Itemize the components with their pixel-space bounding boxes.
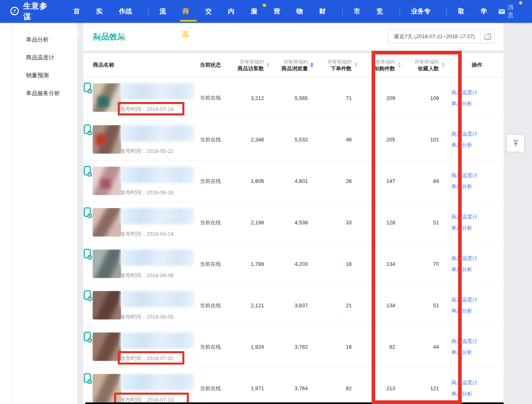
sort-caret-icon[interactable]: [354, 63, 357, 67]
nav-item-内容[interactable]: 内容: [228, 0, 240, 23]
sidebar-item-单品分析[interactable]: 单品分析: [0, 31, 77, 49]
mobile-online-icon: [84, 83, 93, 94]
product-name-blurred[interactable]: [120, 374, 194, 390]
date-range-selector[interactable]: 最近7天 (2018-07-21~2018-07-27): [388, 30, 481, 43]
sidebar-item-商品温度计[interactable]: 商品温度计: [0, 49, 77, 67]
column-header-收藏人数[interactable]: 所有终端的收藏人数: [407, 59, 450, 72]
product-cell[interactable]: 发布时间：2018-06-18: [83, 161, 195, 202]
nav-item-市场[interactable]: 市场: [354, 0, 366, 23]
product-image-blurred: [93, 208, 121, 237]
actions-cell: 商品温度计 单品分析: [450, 202, 504, 243]
nav-item-首页[interactable]: 首页: [74, 0, 86, 23]
column-header-操作: 操作: [450, 61, 504, 69]
orders-cell: 18: [319, 243, 363, 285]
status-cell: 当前在线: [195, 119, 231, 160]
cart-adds-cell: 213: [363, 368, 407, 404]
nav-item-财务[interactable]: 财务: [319, 0, 331, 23]
product-image-blurred: [93, 125, 121, 154]
sort-caret-icon[interactable]: [310, 63, 314, 67]
action-single-item-analysis[interactable]: 单品分析: [451, 390, 472, 397]
action-product-thermometer[interactable]: 商品温度计: [451, 338, 478, 345]
nav-item-服务[interactable]: 服务: [251, 0, 263, 23]
mail-icon: [498, 9, 505, 14]
actions-cell: 商品温度计 单品分析: [450, 77, 504, 119]
status-cell: 当前在线: [195, 202, 231, 243]
action-single-item-analysis[interactable]: 单品分析: [451, 224, 472, 232]
action-product-thermometer[interactable]: 商品温度计: [451, 213, 478, 221]
action-single-item-analysis[interactable]: 单品分析: [451, 141, 472, 149]
product-name-blurred[interactable]: [120, 125, 194, 141]
nav-item-流量[interactable]: 流量: [160, 0, 172, 23]
actions-cell: 商品温度计 单品分析: [450, 243, 504, 285]
status-cell: 当前在线: [195, 285, 231, 326]
sidebar-item-销量预测[interactable]: 销量预测: [0, 67, 77, 85]
nav-item-取数[interactable]: 取数: [458, 0, 470, 23]
visitors-cell: 1,971: [231, 368, 275, 404]
product-name-blurred[interactable]: [120, 250, 194, 266]
action-product-thermometer[interactable]: 商品温度计: [451, 255, 478, 262]
action-single-item-analysis[interactable]: 单品分析: [451, 349, 472, 356]
nav-item-学院[interactable]: 学院: [480, 0, 493, 23]
action-product-thermometer[interactable]: 商品温度计: [451, 172, 478, 179]
nav-item-竞争[interactable]: 竞争: [376, 0, 389, 23]
action-single-item-analysis[interactable]: 单品分析: [451, 100, 472, 107]
orders-cell: 46: [319, 119, 363, 160]
product-cell[interactable]: 发布时间：2018-06-08: [83, 243, 195, 285]
sort-caret-icon[interactable]: [266, 63, 270, 67]
table-row: 发布时间：2018-06-18 当前在线 1,606 4,601 26 147 …: [83, 160, 504, 202]
status-cell: 当前在线: [195, 161, 231, 202]
action-product-thermometer[interactable]: 商品温度计: [451, 130, 478, 138]
column-header-商品浏览量[interactable]: 所有终端的商品浏览量: [275, 59, 319, 72]
back-to-top-button[interactable]: [507, 135, 524, 152]
sort-caret-icon[interactable]: [441, 63, 445, 67]
cart-adds-cell: 209: [363, 77, 407, 119]
main-content: 商品效果 最近7天 (2018-07-21~2018-07-27) 15: [83, 23, 504, 404]
orders-cell: 33: [319, 202, 363, 243]
action-product-thermometer[interactable]: 商品温度计: [451, 296, 478, 304]
product-cell[interactable]: 发布时间：2018-07-02: [83, 326, 195, 367]
status-cell: 当前在线: [195, 243, 231, 285]
favorites-cell: 51: [407, 285, 450, 326]
sort-caret-icon[interactable]: [398, 63, 401, 67]
action-single-item-analysis[interactable]: 单品分析: [451, 183, 472, 190]
publish-date: 发布时间：2018-07-02: [120, 355, 174, 362]
column-header-加购件数[interactable]: 所有终端的加购件数: [363, 59, 407, 72]
product-cell[interactable]: 发布时间：2018-07-13: [83, 368, 195, 404]
messages-button[interactable]: 消息: [498, 4, 523, 19]
nav-item-实时[interactable]: 实时: [96, 0, 108, 23]
action-product-thermometer[interactable]: 商品温度计: [451, 379, 478, 387]
product-cell[interactable]: 发布时间：2018-04-14: [83, 202, 195, 243]
orders-cell: 26: [319, 161, 363, 202]
table-row: 发布时间：2018-07-02 当前在线 1,924 3,782 16 92 4…: [83, 326, 504, 367]
status-cell: 当前在线: [195, 77, 231, 119]
column-header-下单件数[interactable]: 所有终端的下单件数: [319, 59, 363, 72]
column-header-商品名称: 商品名称: [83, 61, 195, 69]
action-single-item-analysis[interactable]: 单品分析: [451, 266, 472, 273]
nav-item-物流[interactable]: 物流: [296, 0, 309, 23]
product-cell[interactable]: 发布时间：2018-05-22: [83, 119, 195, 160]
mobile-online-icon: [84, 207, 93, 219]
nav-item-业务专区[interactable]: 业务专区: [411, 0, 435, 23]
product-cell[interactable]: 发布时间：2018-07-18: [83, 77, 195, 119]
top-nav: 生意参谋 首页实时作战室流量商品交易内容服务营销物流财务市场竞争业务专区取数学院…: [0, 0, 532, 23]
product-name-blurred[interactable]: [120, 83, 194, 100]
nav-item-商品[interactable]: 商品: [182, 0, 195, 23]
sidebar-item-单品服务分析[interactable]: 单品服务分析: [0, 85, 77, 102]
favorites-cell: 101: [407, 119, 450, 160]
product-name-blurred[interactable]: [120, 167, 194, 183]
page-body: 单品分析商品温度计销量预测单品服务分析 商品效果 最近7天 (2018-07-2…: [0, 23, 532, 404]
nav-item-作战室[interactable]: 作战室: [119, 0, 137, 23]
action-single-item-analysis[interactable]: 单品分析: [451, 307, 472, 315]
views-cell: 5,565: [275, 77, 319, 119]
product-name-blurred[interactable]: [120, 332, 194, 349]
product-image-blurred: [93, 250, 121, 278]
favorites-cell: 84: [407, 161, 450, 202]
product-name-blurred[interactable]: [120, 291, 194, 307]
product-name-blurred[interactable]: [120, 208, 194, 224]
brand[interactable]: 生意参谋: [9, 1, 54, 22]
product-cell[interactable]: 发布时间：2018-06-05: [83, 285, 195, 326]
nav-item-交易[interactable]: 交易: [205, 0, 217, 23]
nav-item-营销[interactable]: 营销: [274, 0, 286, 23]
column-header-商品访客数[interactable]: 所有终端的商品访客数: [231, 59, 275, 72]
action-product-thermometer[interactable]: 商品温度计: [451, 89, 478, 96]
